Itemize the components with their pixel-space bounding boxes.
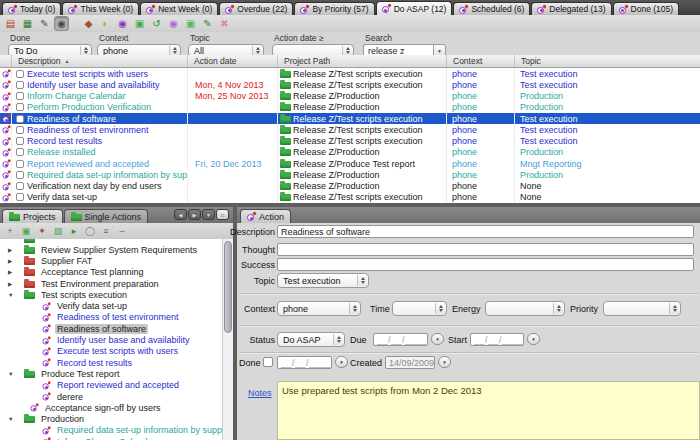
tree-item-readiness-of-software[interactable]: Readiness of software: [0, 323, 222, 334]
tree-item-identify-user-base-and-availability[interactable]: Identify user base and availability: [0, 334, 222, 345]
delete-x-icon[interactable]: ✖: [217, 16, 232, 31]
view-tab-done-105[interactable]: Done (105): [613, 2, 680, 15]
tab-single-actions[interactable]: Single Actions: [64, 209, 149, 223]
table-row-execute-test-scripts-with-users[interactable]: Execute test scripts with usersRelease Z…: [0, 68, 700, 79]
energy-select[interactable]: [485, 301, 565, 316]
tree-item-record-test-results[interactable]: Record test results: [0, 357, 222, 368]
find-icon[interactable]: ◯: [84, 225, 96, 237]
tree-item-inform-change-calendar[interactable]: Inform Change Calendar: [0, 436, 222, 440]
collapse-all-icon[interactable]: –: [116, 225, 128, 237]
row-checkbox[interactable]: [16, 70, 24, 78]
expand-arrow-icon[interactable]: ▶: [8, 281, 17, 287]
table-row-verify-data-set-up[interactable]: Verify data set-upRelease Z/Test scripts…: [0, 192, 700, 203]
done-date-field[interactable]: __/__/____: [277, 356, 332, 369]
tree-item-derere[interactable]: derere: [0, 391, 222, 402]
expand-arrow-icon[interactable]: ▶: [8, 258, 17, 264]
row-checkbox[interactable]: [16, 103, 24, 111]
header-topic[interactable]: Topic: [515, 55, 700, 67]
table-row-readiness-of-software[interactable]: Readiness of softwareRelease Z/Test scri…: [0, 113, 700, 124]
thought-field[interactable]: [277, 243, 694, 256]
tickle-clock-icon[interactable]: ◐: [98, 16, 113, 31]
expand-all-icon[interactable]: ≡: [100, 225, 112, 237]
collapse-arrow-icon[interactable]: ▼: [8, 292, 17, 298]
tree-item-review-supplier-system-requirements[interactable]: ▶Review Supplier System Requirements: [0, 244, 222, 255]
description-field[interactable]: Readiness of software: [277, 225, 694, 238]
row-checkbox[interactable]: [16, 126, 24, 134]
tree-item-required-data-set-up-information-by-supplie[interactable]: Required data set-up information by supp…: [0, 425, 222, 436]
tree-item-acceptance-sign-off-by-users[interactable]: Acceptance sign-off by users: [0, 402, 222, 413]
tree-item-report-reviewed-and-accepted[interactable]: Report reviewed and accepted: [0, 380, 222, 391]
topic-select[interactable]: Test execution: [277, 273, 369, 288]
tree-item-produce-test-report[interactable]: ▼Produce Test report: [0, 368, 222, 379]
table-row-identify-user-base-and-availability[interactable]: Identify user base and availabilityMon, …: [0, 79, 700, 90]
header-project-path[interactable]: Project Path: [278, 55, 447, 67]
expand-arrow-icon[interactable]: ▶: [8, 269, 17, 275]
header-context[interactable]: Context: [447, 55, 515, 67]
status-select[interactable]: Do ASAP: [277, 332, 345, 347]
table-row-perform-production-verification[interactable]: Perform Production VerificationRelease Z…: [0, 102, 700, 113]
row-checkbox[interactable]: [16, 137, 24, 145]
notes-link[interactable]: Notes: [248, 388, 272, 398]
add-item-icon[interactable]: +: [4, 225, 16, 237]
postpone-icon[interactable]: ✦: [36, 225, 48, 237]
tree-item-execute-test-scripts-with-users[interactable]: Execute test scripts with users: [0, 346, 222, 357]
tree-scrollbar[interactable]: [222, 239, 233, 440]
view-tab-today-0[interactable]: Today (0): [2, 2, 61, 15]
time-select[interactable]: [392, 301, 447, 316]
done-calendar-button[interactable]: ▼: [335, 356, 348, 368]
notes-textarea[interactable]: Use prepared test scripts from Mon 2 Dec…: [277, 381, 700, 440]
add-project-icon[interactable]: ▣: [20, 225, 32, 237]
row-checkbox[interactable]: [16, 171, 24, 179]
organise-icon[interactable]: ▣: [132, 16, 147, 31]
tree-item-test-environment-preparation[interactable]: ▶Test Environment preparation: [0, 278, 222, 289]
expand-arrow-icon[interactable]: ▶: [8, 247, 17, 253]
view-tab-this-week-0[interactable]: This Week (0): [62, 2, 139, 15]
row-checkbox[interactable]: [16, 148, 24, 156]
tree-item-readiness-of-test-environment[interactable]: Readiness of test environment: [0, 312, 222, 323]
header-description[interactable]: Description▲: [12, 55, 188, 67]
due-calendar-button[interactable]: ▼: [431, 333, 444, 345]
process-thought-icon[interactable]: ◉: [115, 16, 130, 31]
context-select[interactable]: phone: [277, 301, 361, 316]
row-checkbox[interactable]: [16, 193, 24, 201]
panel-maximize-button[interactable]: □: [216, 209, 229, 220]
row-checkbox[interactable]: [16, 115, 24, 123]
table-row-readiness-of-test-environment[interactable]: Readiness of test environmentRelease Z/T…: [0, 124, 700, 135]
table-row-inform-change-calendar[interactable]: Inform Change CalendarMon, 25 Nov 2013Re…: [0, 91, 700, 102]
move-icon[interactable]: ▸: [68, 225, 80, 237]
export-spreadsheet-icon[interactable]: ▦: [20, 16, 35, 31]
panel-back-button[interactable]: ◀: [174, 209, 187, 220]
due-date-field[interactable]: __/__/____: [373, 333, 428, 346]
created-calendar-button[interactable]: ▼: [438, 356, 451, 368]
start-date-field[interactable]: __/__/____: [470, 333, 524, 346]
tab-action[interactable]: Action: [240, 209, 291, 223]
template-icon[interactable]: ▨: [52, 225, 64, 237]
screen-magnifier-icon[interactable]: ◉: [54, 16, 69, 31]
start-calendar-button[interactable]: ▼: [527, 333, 540, 345]
table-row-required-data-set-up-information-by-sup[interactable]: Required data set-up information by sup.…: [0, 169, 700, 180]
view-tab-scheduled-6[interactable]: Scheduled (6): [453, 2, 530, 15]
tree-item-verify-data-set-up[interactable]: Verify data set-up: [0, 300, 222, 311]
view-tab-overdue-22[interactable]: Overdue (22): [219, 2, 293, 15]
project-screen-icon[interactable]: ▣: [183, 16, 198, 31]
priority-select[interactable]: [603, 301, 681, 316]
table-row-record-test-results[interactable]: Record test resultsRelease Z/Test script…: [0, 136, 700, 147]
review-pen-icon[interactable]: ✎: [37, 16, 52, 31]
export-pdf-icon[interactable]: ▤: [3, 16, 18, 31]
row-checkbox[interactable]: [16, 81, 24, 89]
table-row-release-installed[interactable]: Release installedRelease Z/Productionpho…: [0, 147, 700, 158]
action-screen-icon[interactable]: ◉: [166, 16, 181, 31]
row-checkbox[interactable]: [16, 92, 24, 100]
reprocess-icon[interactable]: ↺: [149, 16, 164, 31]
tree-item-test-scripts-execution[interactable]: ▼Test scripts execution: [0, 289, 222, 300]
view-tab-next-week-0[interactable]: Next Week (0): [140, 2, 218, 15]
tab-projects[interactable]: Projects: [2, 209, 63, 223]
table-row-report-reviewed-and-accepted[interactable]: Report reviewed and acceptedFri, 20 Dec …: [0, 158, 700, 169]
row-checkbox[interactable]: [16, 160, 24, 168]
view-tab-by-priority-57[interactable]: By Priority (57): [294, 2, 374, 15]
collect-thought-icon[interactable]: ◆: [81, 16, 96, 31]
tree-scrollbar-thumb[interactable]: [224, 241, 232, 333]
edit-pencil-icon[interactable]: ✎: [200, 16, 215, 31]
view-tab-do-asap-12[interactable]: Do ASAP (12): [376, 1, 453, 15]
collapse-arrow-icon[interactable]: ▼: [8, 416, 17, 422]
